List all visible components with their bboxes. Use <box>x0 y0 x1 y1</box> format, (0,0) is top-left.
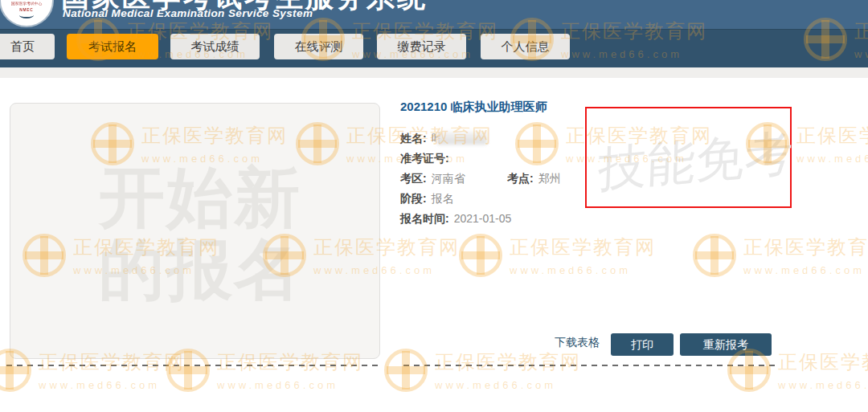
download-form-link[interactable]: 下载表格 <box>555 336 600 350</box>
logo-abbr: NMEC <box>19 8 33 12</box>
ticket-label: 准考证号: <box>400 152 449 165</box>
tab-home[interactable]: 首页 <box>0 34 55 59</box>
tab-online-evaluation[interactable]: 在线评测 <box>274 34 363 59</box>
name-row: 姓名:叶 <box>400 128 511 149</box>
site-watermark: 正保医学教育网www.med66.com <box>459 234 656 277</box>
watermark-brand: 正保医学教育网 <box>435 349 581 375</box>
site-value: 郑州 <box>538 172 561 185</box>
watermark-cross-logo-icon <box>693 234 736 277</box>
page: 国家医学考试中心 NMEC 国家医学考试考生服务系统 National Medi… <box>0 0 868 412</box>
tab-exam-scores[interactable]: 考试成绩 <box>170 34 260 59</box>
logo-text: 国家医学考试中心 <box>11 1 42 6</box>
watermark-url: www.med66.com <box>743 264 868 276</box>
time-row: 报名时间:2021-01-05 <box>400 209 511 229</box>
area-label: 考区: <box>400 172 427 185</box>
skill-exempt-stamp-text: 技能免考 <box>597 120 795 203</box>
dashed-divider-left <box>6 365 382 366</box>
exam-info: 姓名:叶 准考证号: 考区:河南省 考点:郑州 阶段:报名 报名时间:2021-… <box>400 128 511 229</box>
app-header: 国家医学考试中心 NMEC 国家医学考试考生服务系统 National Medi… <box>0 0 868 29</box>
logo-wreath-icon <box>19 12 34 18</box>
reapply-button[interactable]: 重新报考 <box>680 333 772 356</box>
site-pair: 考点:郑州 <box>507 169 561 189</box>
app-subtitle: National Medical Examination Service Sys… <box>63 7 313 19</box>
watermark-brand: 正保医学教育网 <box>796 123 868 149</box>
site-label: 考点: <box>507 172 534 185</box>
new-registration-panel[interactable]: 开始新 的报名 <box>10 103 380 359</box>
skill-exempt-stamp-box: 技能免考 <box>585 107 792 208</box>
dashed-divider-right <box>403 365 776 366</box>
area-row: 考区:河南省 考点:郑州 <box>400 169 511 189</box>
print-button[interactable]: 打印 <box>611 333 674 356</box>
watermark-brand: 正保医学教育网 <box>510 235 656 260</box>
watermark-url: www.med66.com <box>510 264 656 276</box>
watermark-url: www.med66.com <box>39 379 185 391</box>
watermark-url: www.med66.com <box>796 153 868 165</box>
main-nav: 首页考试报名考试成绩在线评测缴费记录个人信息 <box>0 29 868 68</box>
page-divider-strip <box>0 67 868 78</box>
stage-value: 报名 <box>432 192 454 205</box>
area-value: 河南省 <box>432 172 465 185</box>
watermark-url: www.med66.com <box>778 379 868 391</box>
ticket-row: 准考证号: <box>400 149 511 169</box>
stage-label: 阶段: <box>400 192 427 205</box>
tab-personal-info[interactable]: 个人信息 <box>481 34 570 59</box>
stage-row: 阶段:报名 <box>400 189 511 209</box>
new-registration-placeholder: 开始新 的报名 <box>99 161 301 306</box>
site-watermark: 正保医学教育网www.med66.com <box>693 234 868 277</box>
nmec-logo-icon: 国家医学考试中心 NMEC <box>1 0 52 26</box>
name-label: 姓名: <box>400 132 427 145</box>
time-label: 报名时间: <box>400 212 449 225</box>
watermark-brand: 正保医学教育网 <box>778 349 868 375</box>
watermark-cross-logo-icon <box>459 234 502 277</box>
watermark-url: www.med66.com <box>217 379 363 391</box>
time-value: 2021-01-05 <box>454 212 512 225</box>
watermark-brand: 正保医学教育网 <box>743 235 868 260</box>
watermark-url: www.med66.com <box>435 379 581 391</box>
name-redaction-blur <box>437 132 487 145</box>
watermark-cross-logo-icon <box>384 349 428 392</box>
watermark-cross-logo-icon <box>515 122 559 165</box>
site-watermark: 正保医学教育网www.med66.com <box>384 349 581 392</box>
exam-title: 2021210 临床执业助理医师 <box>400 100 547 115</box>
tab-exam-registration[interactable]: 考试报名 <box>67 34 158 59</box>
tab-payment-records[interactable]: 缴费记录 <box>377 34 466 59</box>
